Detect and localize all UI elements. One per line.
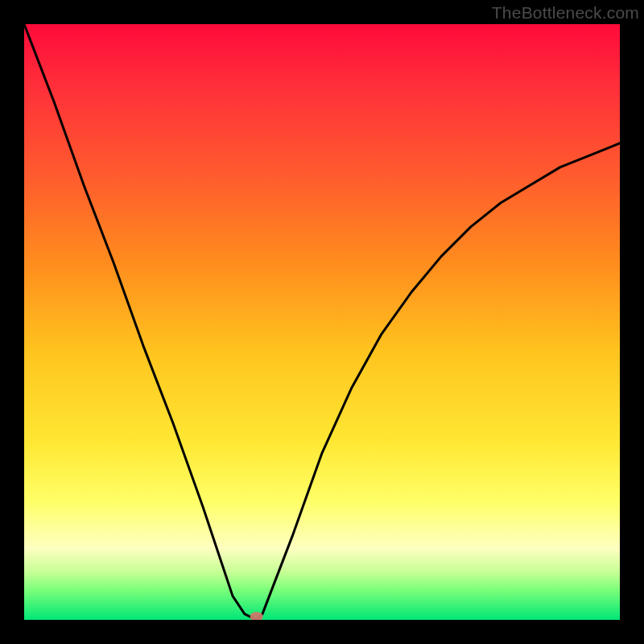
optimal-marker [250,612,263,620]
watermark-text: TheBottleneck.com [492,3,639,23]
plot-area [24,24,620,620]
chart-stage: TheBottleneck.com [0,0,644,644]
bottleneck-curve [24,24,620,620]
plot-svg [24,24,620,620]
